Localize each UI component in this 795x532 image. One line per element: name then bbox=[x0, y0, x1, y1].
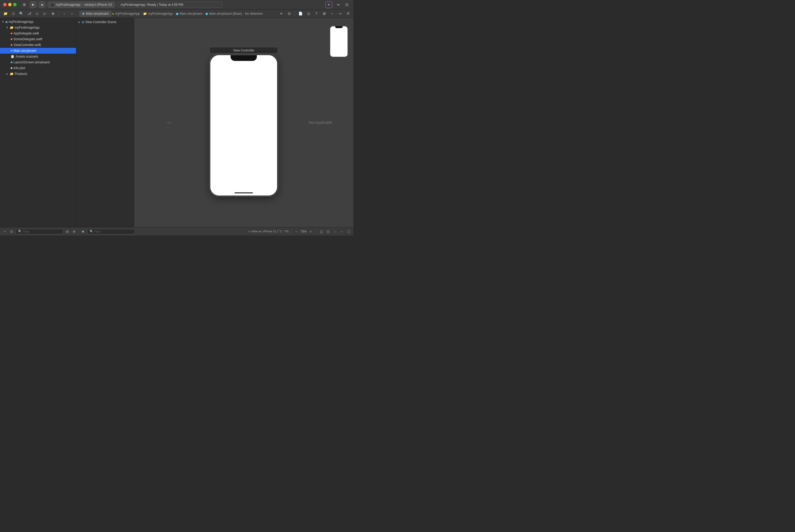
iphone-body bbox=[210, 54, 278, 196]
sidebar-item-launchscreen[interactable]: ■ LaunchScreen.storyboard bbox=[0, 59, 76, 65]
quick-help-icon[interactable]: ? bbox=[313, 10, 320, 17]
breakpoint-icon[interactable]: ◇ bbox=[34, 10, 40, 17]
status-bar: myFirstImageApp: Ready | Today at 4:58 P… bbox=[117, 2, 223, 8]
sidebar-item-scenedelegate[interactable]: ■ SceneDelegate.swift bbox=[0, 36, 76, 42]
scene-filter-icon[interactable]: ◉ bbox=[80, 229, 86, 234]
iphone-notch bbox=[231, 55, 257, 61]
add-navigator-item-button[interactable]: + bbox=[2, 229, 7, 234]
debug-icon[interactable]: ⊕ bbox=[50, 10, 56, 17]
run-button[interactable]: ▶ bbox=[30, 1, 37, 8]
view-as-label: ▭ View as: iPhone 11 (⌃C ⌃R) bbox=[248, 230, 289, 233]
zoom-in-button[interactable]: + bbox=[308, 229, 313, 234]
navigator-hierarchy-icon[interactable]: ⊕ bbox=[72, 229, 77, 234]
nav-forward-icon[interactable]: › bbox=[69, 10, 75, 17]
warning-icon[interactable]: ⚠ bbox=[10, 10, 17, 17]
breadcrumb-icon-1: ▸ bbox=[113, 12, 114, 16]
arrow-folder-icon: ▶ bbox=[6, 27, 9, 28]
navigator-sort-icon[interactable]: ⊞ bbox=[65, 229, 70, 234]
bottom-bar: + ⊟ 🔍 Filter ⊞ ⊕ ◉ 🔍 Filter ▭ View as: i… bbox=[0, 227, 353, 235]
assets-label: Assets.xcassets bbox=[16, 55, 38, 58]
nav-back-icon[interactable]: ‹ bbox=[61, 10, 68, 17]
stop-button[interactable]: ■ bbox=[39, 1, 45, 8]
fit-screen-icon[interactable]: ⊡ bbox=[325, 229, 331, 234]
inspector-toggle-icon[interactable]: ⊡ bbox=[286, 10, 292, 17]
project-icon: ■ bbox=[5, 20, 7, 24]
canvas-export-icon[interactable]: ⬡ bbox=[346, 229, 351, 234]
source-control-bottom-icon[interactable]: ⊟ bbox=[9, 229, 14, 234]
swift-icon-3: ■ bbox=[11, 43, 12, 47]
scale-icon[interactable]: ↕ bbox=[332, 229, 338, 234]
find-icon[interactable]: 🔍 bbox=[18, 10, 25, 17]
scheme-icon: 📱 bbox=[51, 3, 54, 6]
breadcrumb-item-3[interactable]: Main.storyboard bbox=[179, 12, 202, 16]
iphone-home-indicator bbox=[234, 192, 253, 193]
navigator-folder-icon[interactable]: 📁 bbox=[2, 10, 9, 17]
navigator-toggle-icon[interactable]: ⊞ bbox=[21, 1, 27, 8]
iphone-thumbnail bbox=[330, 26, 348, 57]
attributes-icon[interactable]: ⊞ bbox=[321, 10, 327, 17]
main-storyboard-tab[interactable]: ◼ Main.storyboard bbox=[79, 11, 112, 17]
toolbar-center: ◼ Main.storyboard ▸ myFirstImageApp › 📁 … bbox=[79, 11, 277, 17]
status-text: myFirstImageApp: Ready | Today at 4:58 P… bbox=[121, 3, 183, 6]
sidebar-item-appdelegate[interactable]: ■ AppDelegate.swift bbox=[0, 31, 76, 36]
breadcrumb-sep-4: › bbox=[243, 12, 244, 16]
swift-icon-2: ■ bbox=[11, 37, 12, 41]
navigator-filter[interactable]: 🔍 Filter bbox=[16, 229, 63, 234]
sidebar-item-products[interactable]: ▶ 📁 Products bbox=[0, 71, 76, 77]
breadcrumb-item-5[interactable]: No Selection bbox=[245, 12, 263, 16]
title-bar: ⊞ ▶ ■ 📱 myFirstImageApp › mickey's iPhon… bbox=[0, 0, 353, 10]
connections-icon[interactable]: ⊸ bbox=[337, 10, 343, 17]
products-folder-icon: 📁 bbox=[10, 72, 14, 76]
scene-item-vc[interactable]: ▶ ⊞ View Controller Scene bbox=[76, 19, 134, 25]
maximize-button[interactable] bbox=[13, 3, 17, 6]
editor-options-icon[interactable]: ⊡ bbox=[343, 1, 350, 8]
folder-label: myFirstImageApp bbox=[15, 26, 39, 30]
sidebar-item-folder-main[interactable]: ▶ 📁 myFirstImageApp bbox=[0, 25, 76, 31]
history-icon[interactable]: ◷ bbox=[305, 10, 312, 17]
bottom-divider-1 bbox=[291, 229, 291, 234]
vc-scene-icon: ⊞ bbox=[82, 20, 84, 24]
iphone-frame[interactable]: View Controller bbox=[210, 54, 278, 196]
breadcrumb: ▸ myFirstImageApp › 📁 myFirstImageApp › … bbox=[113, 12, 263, 16]
scene-panel: ▶ ⊞ View Controller Scene bbox=[76, 18, 134, 227]
viewcontroller-label: ViewController.swift bbox=[14, 43, 41, 47]
vc-label-bar: View Controller bbox=[210, 47, 278, 53]
scheme-device: mickey's iPhone XS bbox=[84, 3, 112, 6]
scene-canvas-wrapper: ▶ ⊞ View Controller Scene → View Control… bbox=[76, 18, 353, 227]
sidebar-item-infoplist[interactable]: ■ Info.plist bbox=[0, 65, 76, 71]
breadcrumb-item-2[interactable]: myFirstImageApp bbox=[148, 12, 173, 16]
scene-canvas-main: ▶ ⊞ View Controller Scene → View Control… bbox=[76, 18, 353, 227]
view-as-text: View as: iPhone 11 (⌃C ⌃R) bbox=[251, 230, 289, 233]
sidebar-item-mainstoryboard[interactable]: ■ Main.storyboard bbox=[0, 48, 76, 54]
launchscreen-label: LaunchScreen.storyboard bbox=[14, 60, 50, 64]
add-button[interactable]: + bbox=[325, 1, 332, 8]
toolbar: 📁 ⚠ 🔍 ⎇ ◇ ▷ ⊕ ‹ › ◼ Main.storyboard ▸ my… bbox=[0, 10, 353, 18]
toolbar-left: 📁 ⚠ 🔍 ⎇ ◇ ▷ ⊕ ‹ › bbox=[2, 10, 78, 17]
source-control-icon[interactable]: ⎇ bbox=[26, 10, 33, 17]
sidebar-item-assets[interactable]: 📋 Assets.xcassets bbox=[0, 54, 76, 59]
vc-scene-label: View Controller Scene bbox=[85, 20, 116, 24]
breadcrumb-item-4[interactable]: Main.storyboard (Base) bbox=[209, 12, 242, 16]
inspector-menu-icon[interactable]: ≡ bbox=[278, 10, 285, 17]
library-icon[interactable]: ↺ bbox=[344, 10, 351, 17]
zoom-level-text: 78% bbox=[301, 230, 307, 233]
canvas-area[interactable]: → View Controller bbox=[134, 18, 353, 227]
test-icon[interactable]: ▷ bbox=[41, 10, 49, 17]
vc-label: View Controller bbox=[233, 49, 254, 52]
breadcrumb-item-1[interactable]: myFirstImageApp bbox=[115, 12, 140, 16]
sidebar-item-project[interactable]: ▶ ■ myFirstImageApp bbox=[0, 19, 76, 25]
size-icon[interactable]: ↔ bbox=[329, 10, 336, 17]
actual-size-icon[interactable]: ↔ bbox=[339, 229, 344, 234]
zoom-out-button[interactable]: − bbox=[294, 229, 299, 234]
device-icon: ▭ bbox=[248, 230, 251, 233]
enter-full-screen-icon[interactable]: ⇥ bbox=[335, 1, 341, 8]
scene-filter[interactable]: 🔍 Filter bbox=[87, 229, 135, 234]
sidebar-item-viewcontroller[interactable]: ■ ViewController.swift bbox=[0, 42, 76, 48]
mainstoryboard-label: Main.storyboard bbox=[14, 49, 36, 53]
file-inspector-icon[interactable]: 📄 bbox=[297, 10, 304, 17]
divider bbox=[58, 11, 59, 16]
close-button[interactable] bbox=[3, 3, 6, 6]
device-frame-icon[interactable]: ◱ bbox=[319, 229, 324, 234]
scheme-selector[interactable]: 📱 myFirstImageApp › mickey's iPhone XS bbox=[48, 2, 115, 8]
minimize-button[interactable] bbox=[8, 3, 12, 6]
